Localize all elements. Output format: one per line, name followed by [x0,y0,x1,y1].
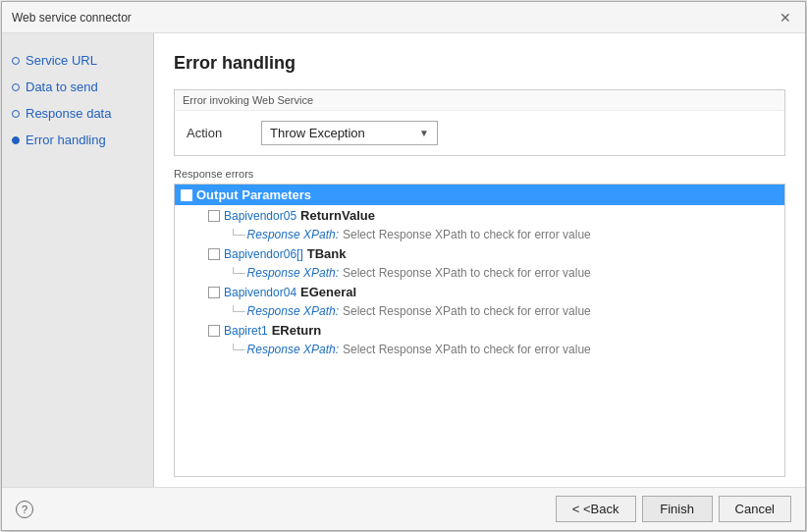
tree-child-2-xpath-label: Response XPath: [247,266,339,280]
tree-child-4-group: Bapiret1 EReturn └─ Response XPath: Sele… [202,320,784,358]
sidebar-item-response-data[interactable]: Response data [12,106,143,121]
tree-child-4-xpath-value: Select Response XPath to check for error… [343,343,591,356]
tree-line-prefix-1: └─ [230,229,245,240]
error-invoking-section: Error invoking Web Service Action Throw … [174,89,785,156]
tree-child-4-link: Bapiret1 [224,324,268,338]
tree-child-1-xpath-label: Response XPath: [247,228,339,241]
tree-child-3-group: Bapivendor04 EGeneral └─ Response XPath:… [202,282,784,320]
action-row: Action Throw Exception ▼ [175,111,784,155]
tree-child-2-checkbox[interactable] [208,248,220,260]
dialog-body: Service URL Data to send Response data E… [2,33,805,487]
action-select-text: Throw Exception [270,126,365,140]
sidebar-dot-service-url [12,57,20,65]
tree-child-3-bold: EGeneral [300,285,356,299]
chevron-down-icon: ▼ [419,128,429,138]
title-bar: Web service connector ✕ [2,2,805,33]
tree-child-3-xpath-label: Response XPath: [247,304,339,318]
main-content: Error handling Error invoking Web Servic… [154,33,805,487]
tree-child-1-xpath-value: Select Response XPath to check for error… [343,228,591,241]
sidebar-item-data-to-send[interactable]: Data to send [12,80,143,94]
response-errors-label: Response errors [174,168,785,180]
action-label: Action [187,126,245,140]
tree-box[interactable]: Output Parameters Bapivendor05 ReturnVal… [174,184,785,477]
back-button[interactable]: < <Back [556,496,636,522]
tree-child-4-checkbox[interactable] [208,325,220,337]
tree-child-3-checkbox[interactable] [208,287,220,298]
sidebar-label-error-handling: Error handling [26,133,106,147]
sidebar-label-service-url: Service URL [26,53,97,68]
footer-left: ? [16,501,33,518]
tree-child-4-xpath-label: Response XPath: [247,343,339,356]
tree-child-1-xpath-row: └─ Response XPath: Select Response XPath… [230,226,784,243]
action-dropdown[interactable]: Throw Exception ▼ [261,121,438,145]
sidebar-dot-error-handling [12,136,20,144]
sidebar: Service URL Data to send Response data E… [2,33,154,487]
tree-root-label: Output Parameters [196,187,311,202]
tree-line-prefix-3: └─ [230,305,245,317]
tree-child-2[interactable]: Bapivendor06[] TBank [202,243,784,264]
tree-line-prefix-2: └─ [230,267,245,279]
footer-buttons: < <Back Finish Cancel [556,496,791,522]
tree-child-2-xpath-row: └─ Response XPath: Select Response XPath… [230,264,784,282]
dialog: Web service connector ✕ Service URL Data… [1,1,806,531]
tree-child-4-xpath-row: └─ Response XPath: Select Response XPath… [230,341,784,358]
tree-child-2-bold: TBank [307,246,347,261]
sidebar-item-error-handling[interactable]: Error handling [12,133,143,147]
footer: ? < <Back Finish Cancel [2,487,805,530]
tree-child-3[interactable]: Bapivendor04 EGeneral [202,282,784,302]
sidebar-dot-response-data [12,110,20,118]
dialog-title: Web service connector [12,11,132,25]
help-button[interactable]: ? [16,501,33,518]
tree-child-2-group: Bapivendor06[] TBank └─ Response XPath: … [202,243,784,282]
tree-child-3-link: Bapivendor04 [224,286,296,299]
close-button[interactable]: ✕ [776,9,795,27]
tree-child-2-link: Bapivendor06[] [224,247,303,261]
sidebar-item-service-url[interactable]: Service URL [12,53,143,68]
sidebar-label-data-to-send: Data to send [26,80,98,94]
tree-child-1-checkbox[interactable] [208,210,220,222]
page-title: Error handling [174,53,785,74]
tree-child-1-bold: ReturnValue [300,208,375,223]
tree-child-1-link: Bapivendor05 [224,209,296,223]
tree-child-1[interactable]: Bapivendor05 ReturnValue [202,205,784,226]
tree-child-4-bold: EReturn [272,323,322,338]
tree-child-3-xpath-value: Select Response XPath to check for error… [343,304,591,318]
tree-child-4[interactable]: Bapiret1 EReturn [202,320,784,341]
cancel-button[interactable]: Cancel [719,496,791,522]
sidebar-dot-data-to-send [12,83,20,91]
sidebar-label-response-data: Response data [26,106,111,121]
tree-root-item[interactable]: Output Parameters [175,185,784,205]
error-invoking-label: Error invoking Web Service [175,90,784,111]
tree-root-checkbox[interactable] [181,189,192,201]
tree-child-1-group: Bapivendor05 ReturnValue └─ Response XPa… [202,205,784,243]
finish-button[interactable]: Finish [642,496,713,522]
tree-line-prefix-4: └─ [230,344,245,355]
tree-child-3-xpath-row: └─ Response XPath: Select Response XPath… [230,302,784,320]
tree-child-2-xpath-value: Select Response XPath to check for error… [343,266,591,280]
